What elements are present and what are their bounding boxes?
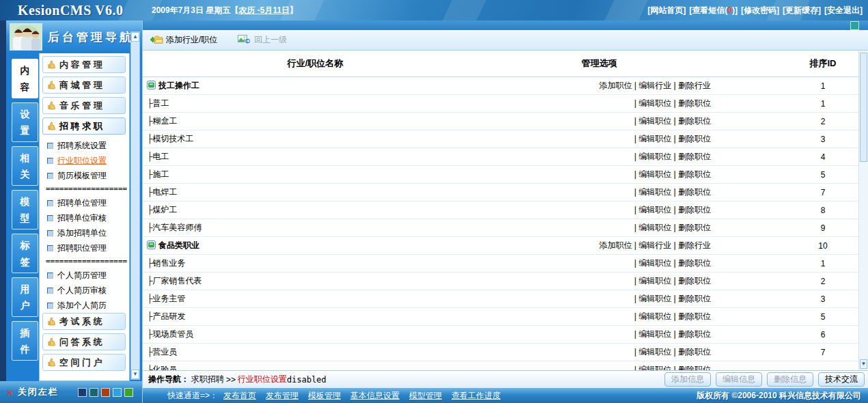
close-icon[interactable]: × bbox=[7, 387, 13, 398]
sidebar-tab-标签[interactable]: 标 签 bbox=[12, 234, 38, 273]
quick-link[interactable]: 模板管理 bbox=[308, 390, 341, 402]
sidebar-item[interactable]: 招聘单位管理 bbox=[40, 195, 129, 210]
sidebar-item[interactable]: 行业职位设置 bbox=[40, 153, 129, 168]
go-up-level-button[interactable]: 回上一级 bbox=[238, 34, 287, 46]
option-link[interactable]: 编辑职位 bbox=[639, 169, 671, 179]
sidebar-item[interactable]: 简历模板管理 bbox=[40, 168, 129, 183]
sidebar-tab-相关[interactable]: 相 关 bbox=[12, 146, 38, 186]
sidebar-item-label: 招聘单位管理 bbox=[57, 197, 107, 209]
option-link[interactable]: 删除行业 bbox=[678, 240, 711, 250]
option-link[interactable]: 编辑职位 bbox=[639, 329, 671, 339]
option-link[interactable]: 删除职位 bbox=[678, 187, 711, 197]
theme-swatch-icon[interactable] bbox=[113, 388, 122, 397]
sidebar-tab-插件[interactable]: 插 件 bbox=[12, 321, 38, 361]
sidebar-item[interactable]: 招聘单位审核 bbox=[40, 210, 129, 225]
option-link[interactable]: 编辑职位 bbox=[639, 205, 671, 214]
menu-button[interactable]: 空 间 门 户 bbox=[42, 354, 126, 371]
action-button[interactable]: 技术交流 bbox=[818, 372, 865, 387]
option-link[interactable]: 删除职位 bbox=[678, 258, 711, 268]
option-link[interactable]: 编辑职位 bbox=[639, 311, 671, 321]
lunar-date-link[interactable]: 农历 -5月11日 bbox=[238, 5, 290, 15]
option-link[interactable]: 删除职位 bbox=[678, 311, 711, 321]
option-link[interactable]: 删除职位 bbox=[678, 152, 711, 161]
option-link[interactable]: 删除职位 bbox=[678, 329, 711, 339]
option-link[interactable]: 编辑职位 bbox=[639, 187, 671, 197]
option-link[interactable]: 编辑行业 bbox=[639, 81, 671, 90]
option-link[interactable]: 编辑职位 bbox=[639, 223, 671, 232]
option-link[interactable]: 编辑职位 bbox=[639, 116, 671, 126]
sidebar-tab-设置[interactable]: 设 置 bbox=[12, 102, 38, 142]
menu-button[interactable]: 招 聘 求 职 bbox=[42, 117, 126, 135]
collapse-toggle-icon[interactable] bbox=[850, 21, 859, 30]
add-industry-position-button[interactable]: 添加行业/职位 bbox=[150, 34, 217, 46]
opnav-current-link[interactable]: 行业职位设置 bbox=[238, 374, 287, 385]
option-link[interactable]: 编辑职位 bbox=[639, 98, 671, 108]
option-link[interactable]: 删除职位 bbox=[678, 134, 711, 143]
option-link[interactable]: 编辑行业 bbox=[639, 240, 671, 250]
view-sms-link[interactable]: [查看短信(0)] bbox=[689, 5, 738, 16]
sidebar-item[interactable]: 个人简历管理 bbox=[40, 268, 129, 283]
sidebar-scrollbar[interactable]: ▲ ▼ bbox=[130, 31, 140, 380]
option-link[interactable]: 编辑职位 bbox=[639, 258, 671, 268]
menu-button[interactable]: 内 容 管 理 bbox=[42, 56, 126, 73]
sidebar-item[interactable]: 个人简历审核 bbox=[40, 283, 129, 298]
option-link[interactable]: 编辑职位 bbox=[639, 134, 671, 143]
theme-swatch-icon[interactable] bbox=[124, 388, 133, 397]
option-link[interactable]: 删除职位 bbox=[678, 98, 711, 108]
logout-link[interactable]: [安全退出] bbox=[824, 5, 863, 16]
quick-link[interactable]: 发布管理 bbox=[266, 390, 298, 402]
scroll-down-icon[interactable]: ▼ bbox=[860, 359, 867, 369]
menu-button[interactable]: 音 乐 管 理 bbox=[42, 97, 126, 114]
sidebar-tab-模型[interactable]: 模 型 bbox=[12, 190, 38, 230]
menu-button[interactable]: 考 试 系 统 bbox=[42, 313, 126, 330]
quick-link[interactable]: 模型管理 bbox=[409, 390, 442, 402]
option-link[interactable]: 删除职位 bbox=[678, 223, 711, 232]
action-button[interactable]: 编辑信息 bbox=[716, 372, 762, 387]
option-link[interactable]: 编辑职位 bbox=[639, 347, 671, 357]
quick-link[interactable]: 发布首页 bbox=[223, 390, 256, 402]
job-name-cell: ├现场质管员 bbox=[143, 329, 488, 340]
refresh-cache-link[interactable]: [更新缓存] bbox=[783, 5, 821, 16]
option-link[interactable]: 编辑职位 bbox=[639, 294, 671, 303]
option-link[interactable]: 编辑职位 bbox=[639, 152, 671, 161]
option-link[interactable]: 删除行业 bbox=[678, 81, 711, 90]
scroll-up-icon[interactable]: ▲ bbox=[131, 32, 139, 42]
menu-button[interactable]: 问 答 系 统 bbox=[42, 333, 126, 350]
theme-swatch-icon[interactable] bbox=[78, 388, 87, 397]
sidebar-item[interactable]: 招聘系统设置 bbox=[40, 138, 129, 153]
option-link[interactable]: 编辑职位 bbox=[639, 365, 671, 370]
action-button[interactable]: 删除信息 bbox=[767, 372, 813, 387]
action-button[interactable]: 添加信息 bbox=[664, 372, 711, 387]
quick-link[interactable]: 查看工作进度 bbox=[451, 390, 501, 402]
theme-swatch-icon[interactable] bbox=[89, 388, 98, 397]
option-link[interactable]: 删除职位 bbox=[678, 205, 711, 214]
close-left-panel-button[interactable]: 关闭左栏 bbox=[18, 386, 59, 398]
job-name: ├汽车美容师傅 bbox=[147, 222, 202, 234]
option-link[interactable]: 编辑职位 bbox=[639, 276, 671, 286]
option-link[interactable]: 删除职位 bbox=[678, 294, 711, 303]
scrollbar-thumb[interactable] bbox=[860, 53, 867, 162]
main-scrollbar[interactable]: ▼ bbox=[858, 51, 868, 370]
sidebar-tab-用户[interactable]: 用 户 bbox=[12, 277, 38, 317]
site-home-link[interactable]: [网站首页] bbox=[647, 5, 686, 16]
option-link[interactable]: 添加职位 bbox=[599, 240, 632, 250]
option-link[interactable]: 删除职位 bbox=[678, 116, 711, 126]
sidebar-item[interactable]: 添加招聘单位 bbox=[40, 225, 129, 240]
sidebar-item[interactable]: 添加个人简历 bbox=[40, 298, 129, 313]
option-link[interactable]: 删除职位 bbox=[678, 276, 711, 286]
option-link[interactable]: 添加职位 bbox=[599, 81, 632, 90]
table-row: ├电焊工| 编辑职位 | 删除职位7 bbox=[143, 184, 868, 202]
option-link[interactable]: 删除职位 bbox=[678, 365, 711, 370]
bullet-icon bbox=[47, 143, 53, 149]
option-link[interactable]: 删除职位 bbox=[678, 169, 711, 179]
table-row: ├糊盒工| 编辑职位 | 删除职位2 bbox=[143, 113, 868, 130]
theme-swatch-icon[interactable] bbox=[101, 388, 110, 397]
sidebar-item[interactable]: 招聘职位管理 bbox=[40, 240, 129, 255]
quick-link[interactable]: 基本信息设置 bbox=[350, 390, 400, 402]
sort-id-cell: 1 bbox=[778, 81, 868, 91]
scroll-down-icon[interactable]: ▼ bbox=[131, 370, 139, 379]
change-password-link[interactable]: [修改密码] bbox=[741, 5, 779, 16]
option-link[interactable]: 删除职位 bbox=[678, 347, 711, 357]
sidebar-tab-内容[interactable]: 内 容 bbox=[12, 59, 38, 98]
menu-button[interactable]: 商 城 管 理 bbox=[42, 77, 126, 94]
